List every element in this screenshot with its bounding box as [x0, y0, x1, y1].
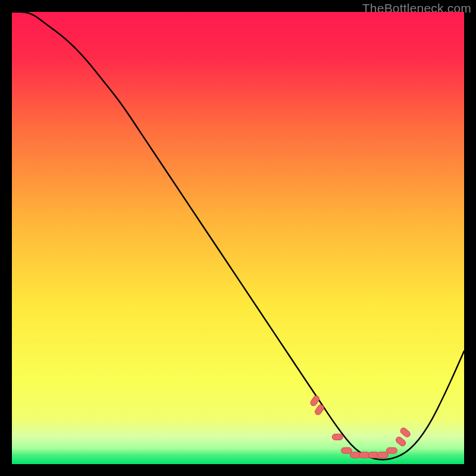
plot-area: [12, 12, 464, 464]
chart-frame: TheBottleneck.com: [0, 0, 476, 476]
marker: [341, 447, 352, 453]
bottleneck-chart: [12, 12, 464, 464]
marker: [386, 447, 397, 453]
gradient-background: [12, 12, 464, 464]
marker: [332, 434, 343, 440]
marker: [377, 452, 388, 458]
